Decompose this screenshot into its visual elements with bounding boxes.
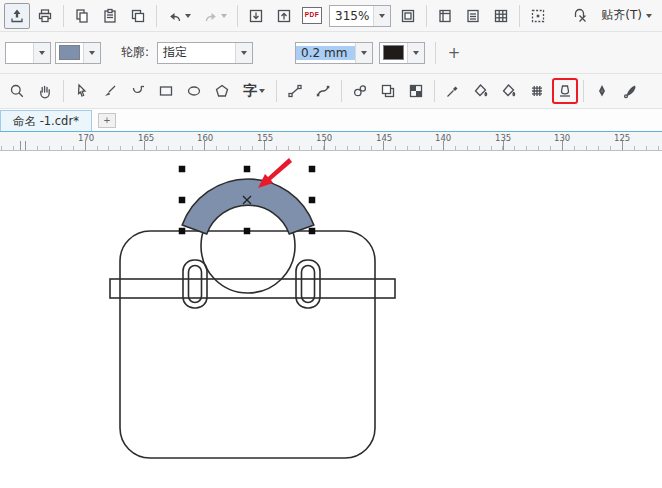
- snap-to-label: 贴齐(T): [601, 7, 642, 24]
- separator: [519, 5, 520, 27]
- artistic-media-tool-button[interactable]: [617, 78, 643, 104]
- line-tool-button[interactable]: [282, 78, 308, 104]
- style-preset-combo[interactable]: [5, 42, 51, 64]
- show-grid-button[interactable]: [488, 3, 514, 29]
- selection-handle[interactable]: [244, 228, 251, 235]
- buckle-left-inner[interactable]: [189, 266, 202, 303]
- page-border-button[interactable]: [525, 3, 551, 29]
- export-button[interactable]: [271, 3, 297, 29]
- bag-body-shape[interactable]: [120, 231, 375, 458]
- eyedropper-tool-button[interactable]: [440, 78, 466, 104]
- rectangle-tool-button[interactable]: [153, 78, 179, 104]
- import-button[interactable]: [243, 3, 269, 29]
- outline-style-dropdown[interactable]: [235, 43, 252, 63]
- toolbox: 字: [0, 74, 662, 109]
- outline-style-combo[interactable]: 指定: [157, 42, 253, 64]
- add-property-button[interactable]: +: [441, 40, 467, 66]
- outline-color-dropdown[interactable]: [407, 43, 424, 63]
- document-tab-bar: 命名 -1.cdr* +: [0, 109, 662, 132]
- horizontal-ruler[interactable]: 170 165 160 155 150 145 140 135 130 125: [0, 132, 662, 151]
- transparency-checker-icon: [408, 83, 424, 99]
- separator: [583, 80, 584, 102]
- chevron-down-icon: [89, 51, 95, 55]
- selection-handle[interactable]: [179, 197, 186, 204]
- fullscreen-icon: [400, 8, 416, 24]
- show-rulers-button[interactable]: [432, 3, 458, 29]
- buckle-left-outer[interactable]: [183, 260, 207, 308]
- pan-hand-icon: [37, 83, 53, 99]
- mesh-fill-tool-button[interactable]: [524, 78, 550, 104]
- dashed-frame-icon: [530, 8, 546, 24]
- guidelines-icon: [465, 8, 481, 24]
- fill-color-dropdown[interactable]: [83, 43, 100, 63]
- zoom-tool-icon: [9, 83, 25, 99]
- separator: [276, 80, 277, 102]
- fill-color-picker[interactable]: [55, 42, 101, 64]
- publish-pdf-button[interactable]: PDF: [299, 3, 325, 29]
- selection-handle[interactable]: [309, 228, 316, 235]
- ink-brush-icon: [622, 83, 638, 99]
- undo-button[interactable]: [162, 3, 196, 29]
- snap-off-icon: [572, 8, 588, 24]
- brush-tool-button[interactable]: [97, 78, 123, 104]
- outline-width-dropdown[interactable]: [355, 43, 372, 63]
- bezier-tool-icon: [315, 83, 331, 99]
- smart-fill-tool-button[interactable]: [552, 78, 578, 104]
- chevron-down-icon: [241, 51, 247, 55]
- transparency-tool-button[interactable]: [403, 78, 429, 104]
- snap-off-button[interactable]: [567, 3, 593, 29]
- duplicate-icon: [130, 8, 146, 24]
- paste-button[interactable]: [97, 3, 123, 29]
- drawing-canvas[interactable]: [0, 151, 662, 488]
- copy-button[interactable]: [69, 3, 95, 29]
- interactive-fill-tool-button[interactable]: [496, 78, 522, 104]
- property-bar: 轮廓: 指定 0.2 mm +: [0, 32, 662, 74]
- buckle-right-inner[interactable]: [302, 266, 315, 303]
- text-tool-button[interactable]: 字: [237, 78, 271, 104]
- outline-width-combo[interactable]: 0.2 mm: [295, 42, 373, 64]
- selection-handle[interactable]: [179, 228, 186, 235]
- blend-tool-icon: [352, 83, 368, 99]
- import-icon: [248, 8, 264, 24]
- launch-button[interactable]: [4, 3, 30, 29]
- selection-handle[interactable]: [309, 197, 316, 204]
- interactive-fill-icon: [501, 83, 517, 99]
- fill-bucket-icon: [473, 83, 489, 99]
- ruler-tick-label: 155: [257, 133, 273, 143]
- show-guidelines-button[interactable]: [460, 3, 486, 29]
- snap-to-menu-button[interactable]: 贴齐(T): [594, 3, 659, 29]
- outline-pen-tool-button[interactable]: [589, 78, 615, 104]
- separator: [237, 5, 238, 27]
- selection-handle[interactable]: [179, 166, 186, 173]
- shape-tool-button[interactable]: [69, 78, 95, 104]
- separator: [156, 5, 157, 27]
- zoom-tool-button[interactable]: [4, 78, 30, 104]
- document-tab[interactable]: 命名 -1.cdr*: [0, 110, 92, 131]
- shape-tool-icon: [74, 83, 90, 99]
- duplicate-button[interactable]: [125, 3, 151, 29]
- print-button[interactable]: [32, 3, 58, 29]
- polygon-tool-button[interactable]: [209, 78, 235, 104]
- shadow-tool-button[interactable]: [375, 78, 401, 104]
- selected-handle-arc[interactable]: [182, 179, 314, 234]
- buckle-right-outer[interactable]: [296, 260, 320, 308]
- fullscreen-preview-button[interactable]: [395, 3, 421, 29]
- outline-color-picker[interactable]: [379, 42, 425, 64]
- zoom-level-combo[interactable]: 315%: [329, 5, 391, 27]
- separator: [341, 80, 342, 102]
- blend-tool-button[interactable]: [347, 78, 373, 104]
- outline-width-value: 0.2 mm: [296, 46, 355, 60]
- bezier-tool-button[interactable]: [310, 78, 336, 104]
- fill-tool-button[interactable]: [468, 78, 494, 104]
- new-document-tab-button[interactable]: +: [98, 113, 116, 128]
- style-preset-dropdown[interactable]: [33, 43, 50, 63]
- redo-button[interactable]: [198, 3, 232, 29]
- ellipse-tool-button[interactable]: [181, 78, 207, 104]
- selection-handle[interactable]: [244, 166, 251, 173]
- pan-tool-button[interactable]: [32, 78, 58, 104]
- crop-tool-button[interactable]: [125, 78, 151, 104]
- bag-strap-shape[interactable]: [110, 279, 395, 298]
- rectangle-tool-icon: [158, 83, 174, 99]
- zoom-dropdown-button[interactable]: [373, 6, 390, 26]
- selection-handle[interactable]: [309, 166, 316, 173]
